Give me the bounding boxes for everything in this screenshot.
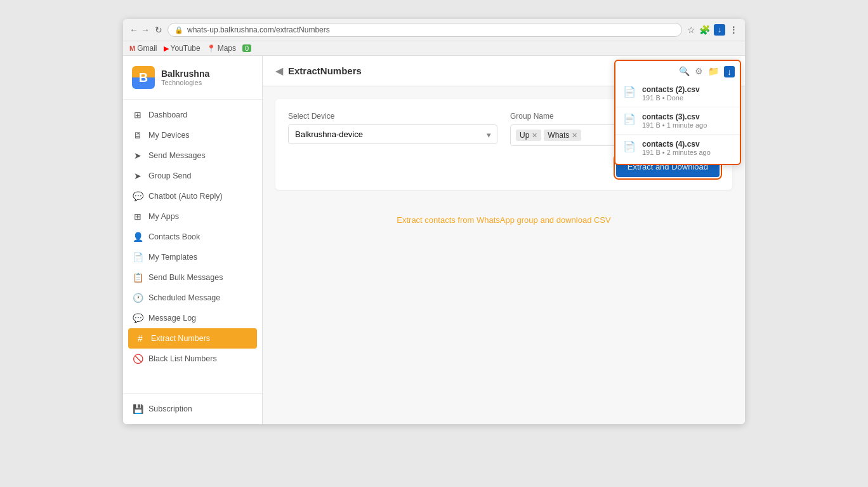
tag-whats: Whats ✕ [544, 130, 581, 141]
scheduled-label: Scheduled Message [148, 293, 220, 302]
menu-dots[interactable]: ⋮ [729, 25, 739, 35]
bookmark-extension[interactable]: 0 [242, 44, 251, 52]
star-icon[interactable]: ☆ [687, 25, 695, 35]
address-bar[interactable]: 🔒 whats-up.balkrushna.com/extractNumbers [168, 23, 682, 37]
file-icon-1: 📄 [623, 113, 636, 125]
blacklist-icon: 🚫 [132, 354, 143, 364]
sidebar-item-extract-numbers[interactable]: #Extract Numbers [128, 328, 257, 349]
tag-up-remove[interactable]: ✕ [532, 131, 537, 140]
bookmark-gmail[interactable]: M Gmail [129, 44, 157, 53]
send-bulk-icon: 📋 [132, 272, 143, 283]
gmail-label: Gmail [137, 44, 157, 53]
back-button[interactable]: ◀ [275, 65, 283, 77]
sidebar-item-scheduled[interactable]: 🕐Scheduled Message [123, 288, 262, 308]
brand-text: Balkrushna Technologies [161, 69, 209, 86]
contacts-book-icon: 👤 [132, 232, 143, 242]
refresh-icon[interactable]: ↻ [155, 25, 162, 35]
download-items: 📄 contacts (2).csv 191 B • Done 📄 contac… [615, 80, 740, 161]
sidebar-item-message-log[interactable]: 💬Message Log [123, 308, 262, 328]
gmail-icon: M [129, 44, 135, 52]
brand-logo-letter: B [139, 70, 148, 85]
extract-numbers-icon: # [135, 333, 146, 344]
sidebar-item-my-apps[interactable]: ⊞My Apps [123, 206, 262, 227]
folder-dl-icon[interactable]: 📁 [708, 66, 719, 77]
browser-window: ← → ↻ 🔒 whats-up.balkrushna.com/extractN… [123, 19, 745, 424]
browser-toolbar: ← → ↻ 🔒 whats-up.balkrushna.com/extractN… [123, 19, 745, 41]
download-info-0: contacts (2).csv 191 B • Done [642, 85, 732, 102]
tag-up-text: Up [520, 131, 529, 140]
tag-whats-text: Whats [548, 131, 569, 140]
sidebar-item-subscription[interactable]: 💾Subscription [123, 399, 262, 419]
group-send-icon: ➤ [132, 171, 143, 181]
my-apps-icon: ⊞ [132, 211, 143, 222]
url-text: whats-up.balkrushna.com/extractNumbers [187, 25, 330, 34]
download-item-2[interactable]: 📄 contacts (4).csv 191 B • 2 minutes ago [615, 135, 740, 161]
bookmarks-bar: M Gmail ▶ YouTube 📍 Maps 0 [123, 41, 745, 56]
select-device-wrapper: Balkrushna-device [288, 124, 497, 144]
my-devices-icon: 🖥 [132, 130, 143, 140]
brand-logo-inner: B [132, 66, 155, 89]
extension-badge: 0 [242, 44, 251, 52]
bookmark-youtube[interactable]: ▶ YouTube [164, 44, 201, 53]
extract-numbers-label: Extract Numbers [151, 334, 210, 343]
sidebar-item-send-messages[interactable]: ➤Send Messages [123, 145, 262, 166]
subscription-label: Subscription [148, 404, 192, 413]
download-icon[interactable]: ↓ [714, 24, 725, 36]
maps-icon: 📍 [207, 44, 216, 53]
select-device-label: Select Device [288, 112, 497, 121]
nav-bottom: 💾Subscription [123, 393, 262, 424]
forward-arrow[interactable]: → [141, 25, 150, 35]
my-devices-label: My Devices [148, 131, 190, 140]
sidebar-item-my-devices[interactable]: 🖥My Devices [123, 125, 262, 145]
sidebar-item-send-bulk[interactable]: 📋Send Bulk Messages [123, 267, 262, 288]
my-apps-label: My Apps [148, 212, 179, 221]
message-log-label: Message Log [148, 314, 196, 323]
extract-hint: Extract contacts from WhatsApp group and… [275, 209, 732, 231]
dashboard-icon: ⊞ [132, 110, 143, 120]
main-content: ◀ ExtractNumbers Select Device Balkrushn… [263, 56, 745, 424]
extension-icon[interactable]: 🧩 [699, 25, 710, 35]
toolbar-icons: ☆ 🧩 ↓ ⋮ [687, 24, 739, 36]
file-icon-2: 📄 [623, 140, 636, 152]
message-log-icon: 💬 [132, 313, 143, 323]
download-meta-2: 191 B • 2 minutes ago [642, 149, 732, 156]
send-messages-label: Send Messages [148, 151, 206, 160]
my-templates-icon: 📄 [132, 252, 143, 262]
tag-up: Up ✕ [516, 130, 541, 141]
search-dl-icon[interactable]: 🔍 [679, 66, 690, 77]
download-info-1: contacts (3).csv 191 B • 1 minute ago [642, 112, 732, 129]
download-item-0[interactable]: 📄 contacts (2).csv 191 B • Done [615, 80, 740, 107]
back-arrow[interactable]: ← [129, 25, 138, 35]
download-panel: 🔍 ⚙ 📁 ↓ 📄 contacts (2).csv 191 B • Done … [614, 60, 741, 165]
nav-section: ⊞Dashboard🖥My Devices➤Send Messages➤Grou… [123, 100, 262, 374]
sidebar-item-dashboard[interactable]: ⊞Dashboard [123, 105, 262, 125]
page-title: ExtractNumbers [288, 65, 362, 76]
select-device-group: Select Device Balkrushna-device [288, 112, 497, 144]
chatbot-label: Chatbot (Auto Reply) [148, 192, 223, 201]
my-templates-label: My Templates [148, 253, 197, 262]
youtube-label: YouTube [171, 44, 201, 53]
brand-sub: Technologies [161, 79, 209, 86]
brand-logo: B [132, 66, 155, 89]
tag-whats-remove[interactable]: ✕ [572, 131, 577, 140]
send-bulk-label: Send Bulk Messages [148, 273, 223, 282]
sidebar-item-blacklist[interactable]: 🚫Black List Numbers [123, 349, 262, 369]
select-device-input[interactable]: Balkrushna-device [288, 124, 497, 144]
bookmark-maps[interactable]: 📍 Maps [207, 44, 236, 53]
blacklist-label: Black List Numbers [148, 354, 217, 363]
brand-name: Balkrushna [161, 69, 209, 79]
sidebar-item-chatbot[interactable]: 💬Chatbot (Auto Reply) [123, 186, 262, 206]
sidebar: B Balkrushna Technologies ⊞Dashboard🖥My … [123, 56, 263, 424]
download-item-1[interactable]: 📄 contacts (3).csv 191 B • 1 minute ago [615, 107, 740, 135]
brand: B Balkrushna Technologies [123, 56, 262, 100]
group-send-label: Group Send [148, 171, 191, 180]
download-dl-icon[interactable]: ↓ [724, 66, 735, 77]
sidebar-item-contacts-book[interactable]: 👤Contacts Book [123, 227, 262, 247]
dashboard-label: Dashboard [148, 110, 187, 119]
settings-dl-icon[interactable]: ⚙ [695, 66, 703, 77]
sidebar-item-my-templates[interactable]: 📄My Templates [123, 247, 262, 267]
sidebar-item-group-send[interactable]: ➤Group Send [123, 166, 262, 186]
download-info-2: contacts (4).csv 191 B • 2 minutes ago [642, 140, 732, 156]
scheduled-icon: 🕐 [132, 293, 143, 303]
subscription-icon: 💾 [132, 404, 143, 414]
